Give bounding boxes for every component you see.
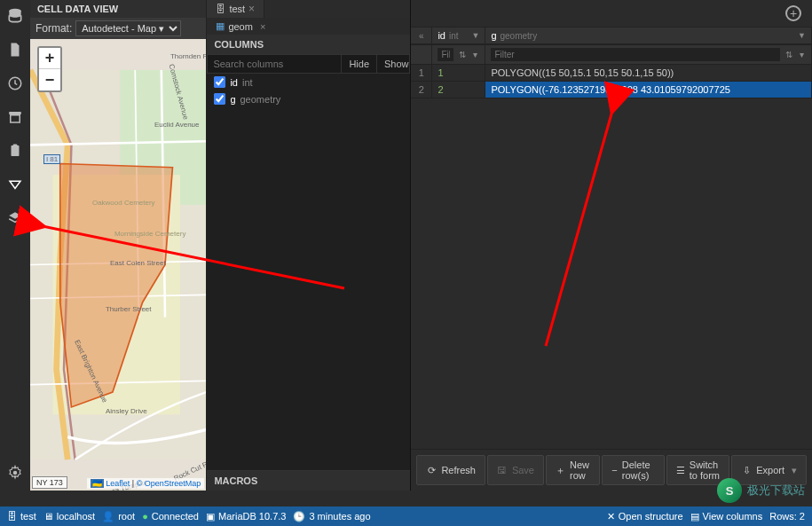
nav-first-button[interactable]: «	[411, 27, 432, 43]
minus-icon: −	[611, 465, 618, 475]
cell-data-title: CELL DATA VIEW	[30, 0, 206, 18]
sort-asc-icon[interactable]: ⇅	[784, 50, 794, 59]
status-connected: ●Connected	[142, 511, 199, 522]
map-zoom-controls: + −	[37, 46, 62, 92]
map-label: Thurber Street	[106, 305, 152, 313]
close-icon: ✕	[607, 511, 615, 522]
refresh-button[interactable]: ⟳Refresh	[416, 455, 485, 485]
delete-row-button[interactable]: −Delete row(s)	[602, 455, 665, 485]
history-icon[interactable]	[6, 75, 24, 92]
status-engine: ▣MariaDB 10.7.3	[206, 511, 286, 522]
filter-icon[interactable]: ▾	[798, 50, 806, 59]
tab-database[interactable]: 🗄 test ×	[207, 0, 264, 18]
map-label: East Colen Street	[110, 259, 166, 267]
add-tab-button[interactable]: +	[785, 5, 801, 21]
columns-panel: 🗄 test × ▦ geom × COLUMNS Hide Show id i…	[207, 0, 411, 491]
macros-title[interactable]: MACROS	[207, 470, 410, 491]
check-icon: ●	[142, 511, 148, 522]
route-badge: NY 173	[32, 476, 67, 489]
svg-rect-4	[11, 145, 19, 156]
cell-data-panel: CELL DATA VIEW Format: Autodetect - Map …	[30, 0, 207, 491]
data-grid-panel: + « idint▼ ggeometry▼ ⇅▾ ⇅▾ 1 1 POLYGON(…	[411, 0, 812, 491]
osm-link[interactable]: © OpenStreetMap	[137, 479, 201, 488]
filter-icon[interactable]: ▾	[471, 50, 479, 59]
layers-icon[interactable]	[6, 209, 24, 227]
map-label: Morningside Cemetery	[114, 230, 185, 238]
status-user[interactable]: 👤root	[102, 511, 135, 522]
map-credit: 🇺🇦Leaflet | © OpenStreetMap	[87, 478, 204, 489]
map-label: Ainsley Drive	[106, 407, 147, 415]
open-structure-button[interactable]: ✕Open structure	[607, 511, 683, 522]
map-view[interactable]: Thornden Park Euclid Avenue Comstock Ave…	[30, 39, 206, 491]
svg-point-6	[13, 471, 18, 475]
sort-icon[interactable]: ▼	[471, 31, 479, 40]
show-button[interactable]: Show	[376, 55, 416, 73]
map-label: Oakwood Cemetery	[92, 199, 155, 207]
user-icon: 👤	[102, 511, 114, 522]
status-bar: 🗄test 🖥localhost 👤root ●Connected ▣Maria…	[0, 506, 812, 526]
leaflet-link[interactable]: Leaflet	[106, 479, 130, 488]
grid-toolbar: ⟳Refresh 🖫Save ＋New row −Delete row(s) ☰…	[411, 449, 812, 491]
cell-id[interactable]: 1	[438, 67, 443, 78]
map-label: I 81	[43, 154, 60, 164]
filter-input-id[interactable]	[438, 48, 453, 61]
triangle-down-icon[interactable]	[6, 176, 24, 193]
format-select[interactable]: Autodetect - Map ▾	[75, 20, 181, 36]
columns-title: COLUMNS	[207, 35, 410, 54]
server-icon: 🖥	[43, 511, 53, 522]
clock-icon: 🕒	[293, 511, 305, 522]
chevron-down-icon: ▾	[792, 465, 797, 476]
settings-icon[interactable]	[6, 464, 24, 482]
table-row[interactable]: 2 2 POLYGON((-76.12352719802008 43.01059…	[411, 82, 812, 98]
database-icon[interactable]	[6, 7, 24, 25]
file-icon[interactable]	[6, 41, 24, 59]
column-item[interactable]: id int	[207, 74, 410, 90]
column-header-g[interactable]: ggeometry▼	[485, 27, 812, 43]
row-number: 2	[411, 82, 432, 98]
left-icon-rail	[0, 0, 30, 491]
new-row-button[interactable]: ＋New row	[546, 455, 600, 485]
filter-input-g[interactable]	[491, 48, 780, 61]
format-label: Format:	[35, 22, 72, 35]
close-icon[interactable]: ×	[248, 3, 255, 15]
refresh-icon: ⟳	[426, 465, 437, 475]
table-icon: ▦	[216, 20, 225, 32]
cell-geometry[interactable]: POLYGON((-76.12352719802008 43.010597920…	[485, 82, 812, 98]
engine-icon: ▣	[206, 511, 215, 522]
status-host[interactable]: 🖥localhost	[43, 511, 95, 522]
switch-form-button[interactable]: ☰Switch to form	[666, 455, 729, 485]
status-connection[interactable]: 🗄test	[7, 511, 36, 522]
archive-icon[interactable]	[6, 108, 24, 126]
sort-icon[interactable]: ▼	[798, 31, 806, 40]
cell-geometry[interactable]: POLYGON((15 50,15.1 50,15 50.1,15 50))	[485, 65, 812, 81]
column-checkbox[interactable]	[214, 93, 225, 105]
tab-table[interactable]: ▦ geom ×	[207, 18, 410, 35]
grid-header: « idint▼ ggeometry▼	[411, 27, 812, 44]
cell-id[interactable]: 2	[438, 84, 443, 95]
status-rows: Rows: 2	[769, 511, 805, 522]
column-item[interactable]: g geometry	[207, 90, 410, 107]
sort-asc-icon[interactable]: ⇅	[457, 50, 468, 59]
plus-icon: ＋	[556, 465, 565, 475]
column-checkbox[interactable]	[214, 76, 225, 88]
status-time: 🕒3 minutes ago	[293, 511, 370, 522]
clipboard-icon[interactable]	[6, 142, 24, 160]
zoom-out-button[interactable]: −	[39, 69, 60, 90]
form-icon: ☰	[676, 465, 685, 475]
close-icon[interactable]: ×	[260, 21, 265, 32]
search-columns-input[interactable]	[208, 55, 341, 73]
database-icon: 🗄	[216, 4, 225, 14]
svg-rect-3	[11, 115, 20, 122]
hide-button[interactable]: Hide	[341, 55, 376, 73]
view-columns-button[interactable]: ▤View columns	[690, 511, 763, 522]
save-button[interactable]: 🖫Save	[487, 455, 544, 485]
zoom-in-button[interactable]: +	[39, 48, 60, 69]
svg-rect-5	[13, 145, 18, 147]
column-header-id[interactable]: idint▼	[432, 27, 485, 43]
grid-filter-row: ⇅▾ ⇅▾	[411, 44, 812, 65]
table-row[interactable]: 1 1 POLYGON((15 50,15.1 50,15 50.1,15 50…	[411, 65, 812, 82]
export-button[interactable]: ⇩Export▾	[731, 455, 807, 485]
row-number: 1	[411, 65, 432, 81]
export-icon: ⇩	[741, 465, 752, 475]
svg-rect-2	[9, 112, 21, 114]
